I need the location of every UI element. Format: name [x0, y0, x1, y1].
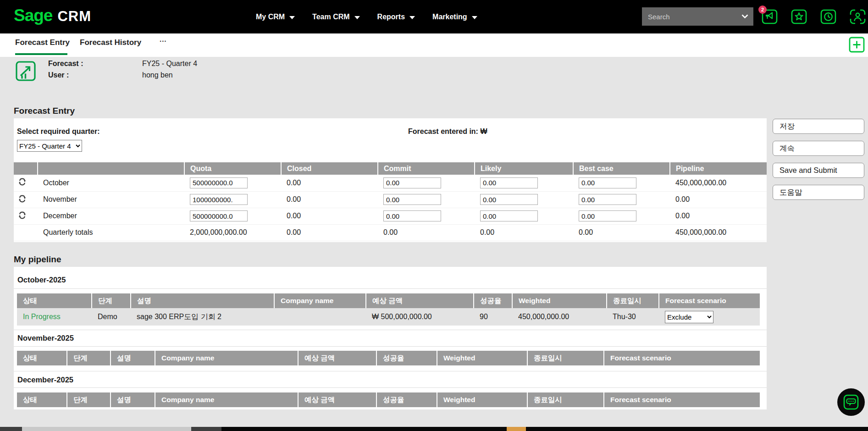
my-pipeline-panel: October-2025 상태 단계 설명 Company name 예상 금액…: [14, 267, 767, 409]
quarter-select[interactable]: FY25 - Quarter 4: [17, 140, 82, 152]
menu-marketing[interactable]: Marketing: [432, 13, 477, 21]
likely-input-october[interactable]: [480, 177, 538, 188]
logo-sage-text: Sage: [14, 6, 52, 25]
header-best-case: Best case: [573, 162, 670, 175]
totals-pipeline: 450,000,000.00: [670, 224, 767, 241]
pipeline-month-november: November-2025: [17, 334, 74, 343]
menu-marketing-label: Marketing: [432, 13, 467, 21]
tab-forecast-history[interactable]: Forecast History: [80, 38, 141, 47]
best-case-input-october[interactable]: [579, 177, 636, 188]
header-quota: Quota: [184, 162, 281, 175]
month-cell: November: [38, 191, 184, 208]
continue-button[interactable]: 계속: [773, 141, 864, 156]
user-value: hong ben: [142, 71, 173, 79]
forecast-entry-panel: Select required quarter: FY25 - Quarter …: [14, 118, 767, 242]
search-input[interactable]: [642, 12, 741, 21]
chat-bubble-icon: [842, 393, 860, 411]
col-status: 상태: [17, 293, 92, 308]
col-description: 설명: [111, 351, 155, 365]
main-menu: My CRM Team CRM Reports Marketing: [256, 0, 477, 33]
opportunity-stage: Demo: [92, 308, 131, 326]
strip-segment: [507, 427, 526, 431]
totals-quota: 2,000,000,000.00: [184, 224, 281, 241]
col-stage: 단계: [67, 351, 111, 365]
quota-input-november[interactable]: [190, 194, 248, 205]
col-forecast-scenario: Forecast scenario: [604, 351, 760, 365]
header-month-col: [38, 162, 184, 175]
likely-input-december[interactable]: [480, 210, 538, 221]
plus-icon: [849, 37, 865, 53]
table-row-totals: Quarterly totals 2,000,000,000.00 0.00 0…: [14, 224, 767, 241]
menu-reports[interactable]: Reports: [377, 13, 415, 21]
save-button[interactable]: 저장: [773, 119, 864, 134]
col-status: 상태: [17, 392, 67, 407]
closed-cell: 0.00: [281, 175, 378, 191]
pipeline-row-opportunity: In Progress Demo sage 300 ERP도입 기회 2 ₩ 5…: [17, 308, 760, 326]
chevron-down-icon: [289, 16, 295, 19]
chevron-down-icon: [409, 16, 415, 19]
menu-team-crm-label: Team CRM: [312, 13, 350, 21]
totals-empty-cell: [14, 224, 38, 241]
col-percent: 성공율: [376, 392, 437, 407]
forecast-table: Quota Closed Commit Likely Best case Pip…: [14, 162, 767, 241]
col-close-date: 종료일시: [527, 392, 604, 407]
tab-overflow[interactable]: ...: [160, 35, 167, 43]
forecast-scenario-select[interactable]: Exclude: [665, 311, 713, 323]
closed-cell: 0.00: [281, 191, 378, 208]
refresh-cell[interactable]: [14, 191, 38, 208]
commit-input-november[interactable]: [383, 194, 441, 205]
recent-button[interactable]: [820, 8, 837, 25]
pipeline-cell: 450,000,000.00: [670, 175, 767, 191]
menu-my-crm[interactable]: My CRM: [256, 13, 295, 21]
divider: [14, 371, 767, 371]
user-icon: [849, 8, 867, 25]
sage-crm-logo: Sage CRM: [14, 6, 91, 25]
opportunity-amount: ₩ 500,000,000.00: [366, 308, 474, 326]
clock-icon: [820, 8, 837, 25]
tab-forecast-entry[interactable]: Forecast Entry: [15, 38, 70, 47]
help-button[interactable]: 도움말: [773, 185, 864, 200]
menu-my-crm-label: My CRM: [256, 13, 285, 21]
quota-input-december[interactable]: [190, 210, 248, 221]
scrollbar-thumb[interactable]: [22, 427, 191, 431]
refresh-cell[interactable]: [14, 175, 38, 191]
best-case-input-december[interactable]: [579, 210, 636, 221]
quota-input-october[interactable]: [190, 177, 248, 188]
col-close-date: 종료일시: [527, 351, 604, 365]
likely-input-november[interactable]: [480, 194, 538, 205]
search-box[interactable]: [642, 7, 753, 26]
opportunity-percent: 90: [474, 308, 512, 326]
refresh-icon: [18, 211, 27, 220]
strip-segment: [0, 427, 22, 431]
menu-team-crm[interactable]: Team CRM: [312, 13, 360, 21]
quarter-label: Select required quarter:: [17, 127, 100, 136]
action-button-group: 저장 계속 Save and Submit 도움말: [773, 119, 864, 200]
search-chevron-down-icon[interactable]: [741, 14, 748, 19]
my-pipeline-heading: My pipeline: [14, 254, 61, 265]
user-label: User :: [48, 71, 69, 79]
opportunity-status-link[interactable]: In Progress: [17, 308, 92, 326]
col-company-name: Company name: [155, 392, 298, 407]
bottom-scrollbar-strip[interactable]: [0, 427, 868, 431]
forecast-entered-in-label: Forecast entered in: ₩: [408, 127, 487, 136]
totals-likely: 0.00: [475, 224, 573, 241]
save-and-submit-button[interactable]: Save and Submit: [773, 163, 864, 178]
month-cell: December: [38, 208, 184, 224]
refresh-cell[interactable]: [14, 208, 38, 224]
month-cell: October: [38, 175, 184, 191]
announcements-button[interactable]: 2: [761, 8, 779, 25]
best-case-input-november[interactable]: [579, 194, 636, 205]
opportunity-description: sage 300 ERP도입 기회 2: [131, 308, 274, 326]
col-weighted: Weighted: [437, 392, 527, 407]
chat-assistant-button[interactable]: [837, 388, 865, 416]
commit-input-december[interactable]: [383, 210, 441, 221]
favorites-button[interactable]: [791, 8, 808, 25]
add-new-button[interactable]: [849, 37, 865, 53]
header-closed: Closed: [281, 162, 378, 175]
profile-button[interactable]: [849, 8, 867, 25]
commit-input-october[interactable]: [383, 177, 441, 188]
chevron-down-icon: [354, 16, 360, 19]
forecast-chart-icon: [15, 61, 36, 83]
divider: [14, 346, 767, 347]
header-likely: Likely: [475, 162, 573, 175]
